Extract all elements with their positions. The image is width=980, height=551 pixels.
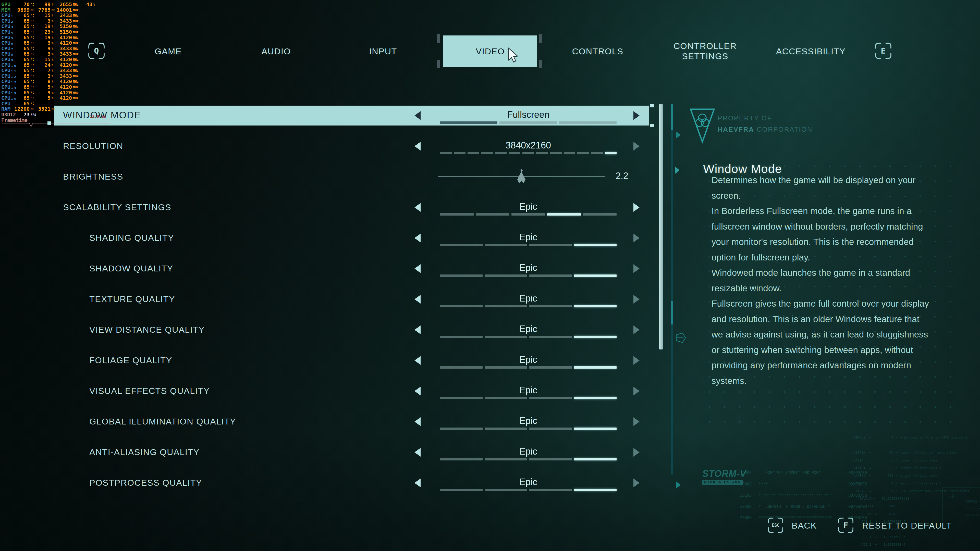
setting-row-postprocess-quality[interactable]: POSTPROCESS QUALITYEpic xyxy=(54,473,649,493)
decrease-arrow[interactable] xyxy=(414,448,421,457)
tab-corner-tick xyxy=(437,60,440,68)
setting-row-global-illumination-quality[interactable]: GLOBAL ILLUMINATION QUALITYEpic xyxy=(54,412,649,432)
setting-row-scalability-settings[interactable]: SCALABILITY SETTINGSEpic xyxy=(54,197,649,218)
increase-arrow[interactable] xyxy=(633,356,640,365)
perf-unit: MHz xyxy=(73,73,79,79)
decrease-arrow[interactable] xyxy=(414,387,421,395)
setting-row-shadow-quality[interactable]: SHADOW QUALITYEpic xyxy=(54,259,649,279)
f-key-icon[interactable]: F xyxy=(838,517,854,533)
decrease-arrow[interactable] xyxy=(414,356,421,365)
tab-game[interactable]: GAME xyxy=(155,46,182,56)
perf-unit: °C xyxy=(30,73,34,79)
tab-controller-settings[interactable]: CONTROLLER SETTINGS xyxy=(673,41,737,61)
setting-row-resolution[interactable]: RESOLUTION3840x2160 xyxy=(54,136,649,156)
setting-value: Epic xyxy=(440,293,617,304)
decrease-arrow[interactable] xyxy=(414,326,421,334)
perf-unit: °C xyxy=(30,18,34,24)
settings-scrollbar[interactable] xyxy=(659,104,663,349)
setting-row-window-mode[interactable]: WINDOW MODEFullscreen xyxy=(54,106,649,125)
decrease-arrow[interactable] xyxy=(414,203,421,212)
perf-value: 19 xyxy=(38,35,51,40)
perf-value: 3433 xyxy=(55,46,72,51)
decor-fits-fragment: SIMPLE = T / file does conform to F xyxy=(965,498,980,519)
setting-row-brightness[interactable]: BRIGHTNESS 2.2 xyxy=(54,167,649,187)
segment xyxy=(547,213,581,216)
tab-controls[interactable]: CONTROLS xyxy=(572,46,624,56)
decrease-arrow[interactable] xyxy=(414,264,421,273)
increase-arrow[interactable] xyxy=(633,203,640,212)
segment xyxy=(574,244,617,246)
segment xyxy=(481,152,493,154)
esc-key-letter: ESC xyxy=(768,517,783,533)
segment xyxy=(485,336,527,338)
frametime-ms-label: 13.0 ms xyxy=(90,114,106,119)
increase-arrow[interactable] xyxy=(633,417,640,426)
increase-arrow[interactable] xyxy=(633,111,640,120)
decrease-arrow[interactable] xyxy=(414,478,421,487)
increase-arrow[interactable] xyxy=(633,326,640,334)
tab-input[interactable]: INPUT xyxy=(369,46,397,56)
decrease-arrow[interactable] xyxy=(414,142,421,151)
increase-arrow[interactable] xyxy=(633,295,640,303)
setting-value: Fullscreen xyxy=(440,110,617,120)
perf-value: 12200 xyxy=(9,106,30,112)
decrease-arrow[interactable] xyxy=(414,111,421,120)
setting-row-anti-aliasing-quality[interactable]: ANTI-ALIASING QUALITYEpic xyxy=(54,442,649,462)
setting-row-foliage-quality[interactable]: FOLIAGE QUALITYEpic xyxy=(54,351,649,370)
increase-arrow[interactable] xyxy=(633,264,640,273)
segment xyxy=(440,366,483,368)
perf-value: 65 xyxy=(9,68,30,73)
increase-arrow[interactable] xyxy=(633,478,640,487)
tab-audio[interactable]: AUDIO xyxy=(261,46,291,56)
decrease-arrow[interactable] xyxy=(414,233,421,242)
esc-key-icon[interactable]: ESC xyxy=(768,517,783,533)
perf-value: 73 xyxy=(9,112,30,118)
increase-arrow[interactable] xyxy=(633,142,640,151)
vertical-rule xyxy=(671,104,673,475)
perf-value: 99 xyxy=(38,2,51,7)
segment xyxy=(485,427,527,430)
segment xyxy=(574,336,617,338)
decrease-arrow[interactable] xyxy=(414,417,421,426)
perf-value: 3 xyxy=(38,51,51,57)
perf-value: 65 xyxy=(9,73,30,79)
setting-label: SCALABILITY SETTINGS xyxy=(63,202,171,212)
segment xyxy=(509,152,520,154)
perf-unit: % xyxy=(52,18,53,24)
setting-row-visual-effects-quality[interactable]: VISUAL EFFECTS QUALITYEpic xyxy=(54,381,649,401)
perf-value: 65 xyxy=(9,29,30,35)
next-tab-key-icon[interactable]: E xyxy=(875,42,892,59)
perf-unit: °C xyxy=(30,101,34,106)
rule-arrow-icon-top xyxy=(676,132,681,138)
setting-value: Epic xyxy=(440,201,617,212)
setting-row-view-distance-quality[interactable]: VIEW DISTANCE QUALITYEpic xyxy=(54,320,649,340)
setting-row-texture-quality[interactable]: TEXTURE QUALITYEpic xyxy=(54,289,649,309)
perf-unit: MHz xyxy=(73,13,79,18)
perf-unit: °C xyxy=(30,13,34,18)
segment xyxy=(485,397,527,399)
setting-row-shading-quality[interactable]: SHADING QUALITYEpic xyxy=(54,228,649,248)
perf-row-cpu: CPU65°C xyxy=(0,101,107,106)
row-corner-tick xyxy=(650,104,654,107)
reset-to-default-button[interactable]: RESET TO DEFAULT xyxy=(862,521,952,530)
back-button[interactable]: BACK xyxy=(792,521,817,530)
segment xyxy=(485,458,527,460)
tab-video[interactable]: VIDEO xyxy=(443,35,537,67)
perf-row-cpu: CPU₄65°C23%5150MHz xyxy=(0,29,107,35)
decrease-arrow[interactable] xyxy=(414,295,421,303)
perf-value: 24 xyxy=(38,62,51,68)
increase-arrow[interactable] xyxy=(633,448,640,457)
perf-value: 4120 xyxy=(55,90,72,95)
video-settings-screen: 19900 EXEC SQL COMMIT END-EXEC 00/00/00 … xyxy=(0,0,980,551)
increase-arrow[interactable] xyxy=(633,387,640,395)
tab-accessibility[interactable]: ACCESSIBILITY xyxy=(776,46,846,56)
segment xyxy=(440,213,474,216)
tab-corner-tick xyxy=(437,34,440,43)
segment xyxy=(440,152,452,154)
perf-value: 3 xyxy=(38,18,51,24)
brightness-slider-thumb[interactable] xyxy=(516,169,527,185)
setting-value: Epic xyxy=(440,354,617,365)
perf-unit: % xyxy=(52,2,53,7)
increase-arrow[interactable] xyxy=(633,233,640,242)
rule-arrow-icon-bottom xyxy=(676,482,681,488)
